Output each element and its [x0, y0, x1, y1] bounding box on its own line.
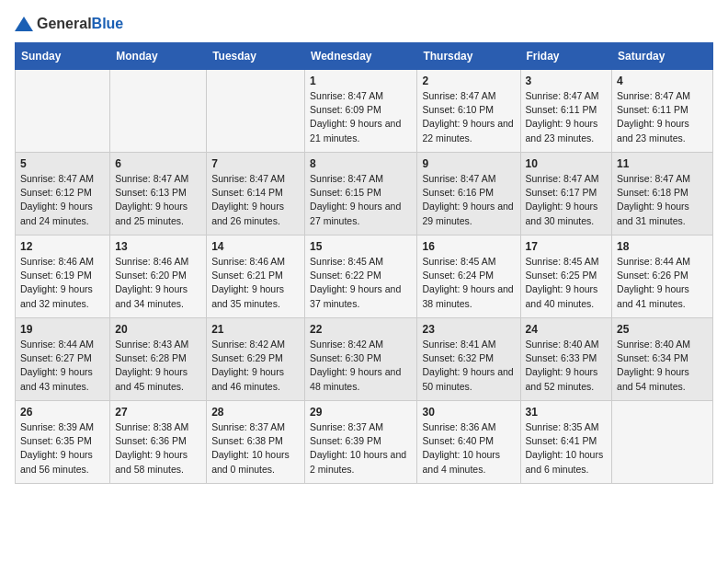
- calendar-cell: 16Sunrise: 8:45 AM Sunset: 6:24 PM Dayli…: [417, 236, 520, 318]
- calendar-cell: 5Sunrise: 8:47 AM Sunset: 6:12 PM Daylig…: [16, 153, 110, 236]
- calendar-cell: 22Sunrise: 8:42 AM Sunset: 6:30 PM Dayli…: [305, 318, 417, 401]
- calendar-cell: 26Sunrise: 8:39 AM Sunset: 6:35 PM Dayli…: [16, 401, 110, 484]
- weekday-header-wednesday: Wednesday: [305, 43, 417, 70]
- weekday-header-tuesday: Tuesday: [207, 43, 305, 70]
- weekday-header-sunday: Sunday: [16, 43, 110, 70]
- calendar-cell: 25Sunrise: 8:40 AM Sunset: 6:34 PM Dayli…: [612, 318, 713, 401]
- cell-content: Sunrise: 8:47 AM Sunset: 6:12 PM Dayligh…: [20, 172, 105, 228]
- cell-content: Sunrise: 8:46 AM Sunset: 6:20 PM Dayligh…: [115, 255, 201, 311]
- calendar-cell: 28Sunrise: 8:37 AM Sunset: 6:38 PM Dayli…: [207, 401, 305, 484]
- cell-content: Sunrise: 8:47 AM Sunset: 6:13 PM Dayligh…: [115, 172, 201, 228]
- day-number: 14: [211, 240, 300, 253]
- day-number: 29: [310, 406, 412, 419]
- logo-blue-text: Blue: [92, 16, 124, 31]
- calendar-cell: 30Sunrise: 8:36 AM Sunset: 6:40 PM Dayli…: [417, 401, 520, 484]
- cell-content: Sunrise: 8:40 AM Sunset: 6:34 PM Dayligh…: [617, 338, 708, 394]
- calendar-cell: 27Sunrise: 8:38 AM Sunset: 6:36 PM Dayli…: [110, 401, 207, 484]
- day-number: 1: [310, 75, 412, 87]
- day-number: 19: [20, 323, 105, 336]
- weekday-header-friday: Friday: [520, 43, 612, 70]
- logo: GeneralBlue: [15, 15, 123, 33]
- day-number: 11: [617, 157, 708, 170]
- day-number: 25: [617, 323, 708, 336]
- calendar-cell: 18Sunrise: 8:44 AM Sunset: 6:26 PM Dayli…: [612, 236, 713, 318]
- day-number: 9: [422, 157, 515, 170]
- calendar-week-2: 5Sunrise: 8:47 AM Sunset: 6:12 PM Daylig…: [16, 153, 713, 236]
- day-number: 5: [20, 157, 105, 170]
- cell-content: Sunrise: 8:47 AM Sunset: 6:09 PM Dayligh…: [310, 89, 412, 145]
- day-number: 31: [526, 406, 608, 419]
- day-number: 3: [526, 75, 608, 87]
- calendar-cell: 11Sunrise: 8:47 AM Sunset: 6:18 PM Dayli…: [612, 153, 713, 236]
- day-number: 18: [617, 240, 708, 253]
- day-number: 13: [115, 240, 201, 253]
- cell-content: Sunrise: 8:47 AM Sunset: 6:17 PM Dayligh…: [526, 172, 608, 228]
- weekday-header-monday: Monday: [110, 43, 207, 70]
- cell-content: Sunrise: 8:45 AM Sunset: 6:22 PM Dayligh…: [310, 255, 412, 311]
- cell-content: Sunrise: 8:47 AM Sunset: 6:14 PM Dayligh…: [211, 172, 300, 228]
- calendar-cell: 14Sunrise: 8:46 AM Sunset: 6:21 PM Dayli…: [207, 236, 305, 318]
- cell-content: Sunrise: 8:47 AM Sunset: 6:11 PM Dayligh…: [526, 89, 608, 145]
- calendar-cell: [16, 70, 110, 153]
- cell-content: Sunrise: 8:47 AM Sunset: 6:15 PM Dayligh…: [310, 172, 412, 228]
- cell-content: Sunrise: 8:37 AM Sunset: 6:38 PM Dayligh…: [211, 420, 300, 477]
- cell-content: Sunrise: 8:42 AM Sunset: 6:29 PM Dayligh…: [211, 338, 300, 394]
- day-number: 20: [115, 323, 201, 336]
- day-number: 16: [422, 240, 515, 253]
- calendar-week-5: 26Sunrise: 8:39 AM Sunset: 6:35 PM Dayli…: [16, 401, 713, 484]
- calendar-cell: 1Sunrise: 8:47 AM Sunset: 6:09 PM Daylig…: [305, 70, 417, 153]
- calendar-cell: 2Sunrise: 8:47 AM Sunset: 6:10 PM Daylig…: [417, 70, 520, 153]
- day-number: 6: [115, 157, 201, 170]
- day-number: 26: [20, 406, 105, 419]
- logo-triangle-icon: [15, 15, 33, 33]
- cell-content: Sunrise: 8:47 AM Sunset: 6:18 PM Dayligh…: [617, 172, 708, 228]
- day-number: 27: [115, 406, 201, 419]
- calendar-week-3: 12Sunrise: 8:46 AM Sunset: 6:19 PM Dayli…: [16, 236, 713, 318]
- cell-content: Sunrise: 8:36 AM Sunset: 6:40 PM Dayligh…: [422, 420, 515, 477]
- calendar-cell: 12Sunrise: 8:46 AM Sunset: 6:19 PM Dayli…: [16, 236, 110, 318]
- cell-content: Sunrise: 8:44 AM Sunset: 6:27 PM Dayligh…: [20, 338, 105, 394]
- calendar-cell: 24Sunrise: 8:40 AM Sunset: 6:33 PM Dayli…: [520, 318, 612, 401]
- cell-content: Sunrise: 8:37 AM Sunset: 6:39 PM Dayligh…: [310, 420, 412, 477]
- cell-content: Sunrise: 8:41 AM Sunset: 6:32 PM Dayligh…: [422, 338, 515, 394]
- cell-content: Sunrise: 8:39 AM Sunset: 6:35 PM Dayligh…: [20, 420, 105, 477]
- calendar-cell: 29Sunrise: 8:37 AM Sunset: 6:39 PM Dayli…: [305, 401, 417, 484]
- cell-content: Sunrise: 8:45 AM Sunset: 6:25 PM Dayligh…: [526, 255, 608, 311]
- cell-content: Sunrise: 8:43 AM Sunset: 6:28 PM Dayligh…: [115, 338, 201, 394]
- day-number: 15: [310, 240, 412, 253]
- calendar-week-4: 19Sunrise: 8:44 AM Sunset: 6:27 PM Dayli…: [16, 318, 713, 401]
- weekday-header-saturday: Saturday: [612, 43, 713, 70]
- calendar-cell: [110, 70, 207, 153]
- calendar-week-1: 1Sunrise: 8:47 AM Sunset: 6:09 PM Daylig…: [16, 70, 713, 153]
- cell-content: Sunrise: 8:47 AM Sunset: 6:16 PM Dayligh…: [422, 172, 515, 228]
- day-number: 30: [422, 406, 515, 419]
- calendar-cell: 4Sunrise: 8:47 AM Sunset: 6:11 PM Daylig…: [612, 70, 713, 153]
- day-number: 21: [211, 323, 300, 336]
- calendar-header: SundayMondayTuesdayWednesdayThursdayFrid…: [16, 43, 713, 70]
- calendar-cell: 13Sunrise: 8:46 AM Sunset: 6:20 PM Dayli…: [110, 236, 207, 318]
- calendar-cell: 20Sunrise: 8:43 AM Sunset: 6:28 PM Dayli…: [110, 318, 207, 401]
- calendar-cell: 3Sunrise: 8:47 AM Sunset: 6:11 PM Daylig…: [520, 70, 612, 153]
- day-number: 17: [526, 240, 608, 253]
- cell-content: Sunrise: 8:46 AM Sunset: 6:21 PM Dayligh…: [211, 255, 300, 311]
- calendar-cell: 23Sunrise: 8:41 AM Sunset: 6:32 PM Dayli…: [417, 318, 520, 401]
- calendar-cell: 10Sunrise: 8:47 AM Sunset: 6:17 PM Dayli…: [520, 153, 612, 236]
- cell-content: Sunrise: 8:45 AM Sunset: 6:24 PM Dayligh…: [422, 255, 515, 311]
- calendar-cell: [207, 70, 305, 153]
- calendar-cell: 7Sunrise: 8:47 AM Sunset: 6:14 PM Daylig…: [207, 153, 305, 236]
- calendar-cell: 19Sunrise: 8:44 AM Sunset: 6:27 PM Dayli…: [16, 318, 110, 401]
- header: GeneralBlue: [15, 15, 713, 33]
- calendar-cell: 6Sunrise: 8:47 AM Sunset: 6:13 PM Daylig…: [110, 153, 207, 236]
- calendar-table: SundayMondayTuesdayWednesdayThursdayFrid…: [15, 42, 713, 484]
- calendar-cell: 15Sunrise: 8:45 AM Sunset: 6:22 PM Dayli…: [305, 236, 417, 318]
- cell-content: Sunrise: 8:47 AM Sunset: 6:10 PM Dayligh…: [422, 89, 515, 145]
- calendar-cell: 9Sunrise: 8:47 AM Sunset: 6:16 PM Daylig…: [417, 153, 520, 236]
- svg-marker-0: [15, 17, 33, 31]
- cell-content: Sunrise: 8:46 AM Sunset: 6:19 PM Dayligh…: [20, 255, 105, 311]
- day-number: 24: [526, 323, 608, 336]
- cell-content: Sunrise: 8:44 AM Sunset: 6:26 PM Dayligh…: [617, 255, 708, 311]
- calendar-cell: 17Sunrise: 8:45 AM Sunset: 6:25 PM Dayli…: [520, 236, 612, 318]
- day-number: 7: [211, 157, 300, 170]
- day-number: 22: [310, 323, 412, 336]
- day-number: 10: [526, 157, 608, 170]
